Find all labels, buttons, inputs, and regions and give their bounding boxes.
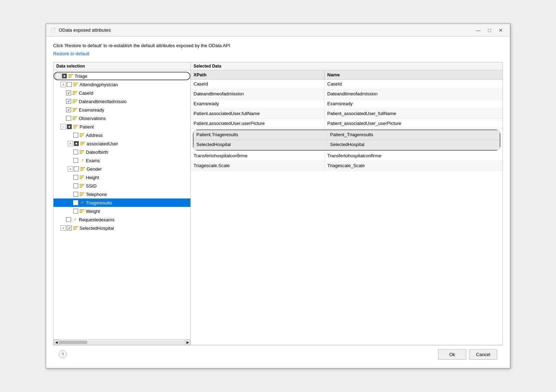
- expand-patient[interactable]: −: [61, 124, 66, 129]
- minimize-button[interactable]: —: [473, 26, 483, 34]
- cell-name-8: Triagescale_Scale: [324, 161, 503, 171]
- close-button[interactable]: ✕: [496, 26, 506, 34]
- selected-data-header: Selected Data: [191, 62, 503, 70]
- folder-icon-triageresults: ↗: [79, 200, 85, 205]
- expand-associateduser[interactable]: +: [68, 141, 73, 146]
- table-icon-patient: [73, 124, 78, 129]
- table-icon-address: [79, 133, 85, 138]
- cell-xpath-0: CaseId: [191, 80, 324, 89]
- cell-name-1: Dateandtimeofadmission: [324, 89, 503, 99]
- checkbox-ssid[interactable]: [73, 183, 78, 188]
- table-row: Patient.Triageresults Patient_Triageresu…: [194, 130, 500, 140]
- ok-button[interactable]: Ok: [438, 349, 466, 360]
- tree-item-dateofbirth[interactable]: Dateofbirth: [53, 148, 190, 156]
- checkbox-triage[interactable]: ■: [62, 74, 67, 78]
- folder-icon-exams: ↗: [79, 158, 85, 163]
- scroll-thumb[interactable]: [59, 341, 87, 344]
- label-caseid: CaseId: [79, 90, 93, 96]
- checkbox-examsready[interactable]: ✓: [66, 107, 71, 112]
- tree-item-weight[interactable]: Weight: [53, 207, 190, 215]
- checkbox-dateofbirth[interactable]: [73, 150, 78, 154]
- horizontal-scrollbar[interactable]: ◀ ▶: [53, 339, 190, 345]
- checkbox-exams[interactable]: [73, 158, 78, 163]
- checkbox-address[interactable]: [73, 133, 78, 138]
- scroll-left[interactable]: ◀: [53, 340, 59, 345]
- description-text: Click 'Restore to default' to re-establi…: [53, 43, 503, 48]
- tree-item-requestedexams[interactable]: ↗ Requestedexams: [53, 215, 190, 224]
- table-icon-observations: [72, 116, 78, 121]
- title-bar: 📄 OData exposed attributes — □ ✕: [46, 24, 510, 37]
- table-row: Patient.associatedUser.userPicture Patie…: [191, 119, 503, 129]
- table-icon-triage: [68, 74, 74, 78]
- checkbox-telephone[interactable]: [73, 192, 78, 197]
- checkbox-height[interactable]: [73, 175, 78, 180]
- tree-item-dateandtime[interactable]: ✓ Dateandtimeofadmissio: [53, 97, 190, 106]
- tree-item-patient[interactable]: − ■ Patient: [53, 122, 190, 131]
- checkbox-gender[interactable]: [74, 166, 79, 171]
- right-panel: Selected Data XPath Name CaseId CaseId D…: [191, 62, 503, 345]
- col-xpath-header: XPath: [191, 70, 324, 79]
- checkbox-observations[interactable]: [66, 116, 71, 121]
- tree-item-examsready[interactable]: ✓ Examsready: [53, 106, 190, 114]
- checkbox-attendingphysician[interactable]: [67, 82, 72, 87]
- cell-name-2: Examsready: [324, 99, 503, 109]
- expand-attendingphysician[interactable]: +: [61, 82, 66, 87]
- title-bar-left: 📄 OData exposed attributes: [50, 27, 110, 33]
- expand-gender[interactable]: +: [68, 166, 73, 172]
- checkbox-dateandtime[interactable]: ✓: [66, 99, 71, 104]
- table-body: CaseId CaseId Dateandtimeofadmission Dat…: [191, 80, 503, 345]
- label-requestedexams: Requestedexams: [79, 217, 114, 222]
- data-selection-header: Data selection: [53, 62, 190, 70]
- restore-link[interactable]: Restore to default: [53, 51, 503, 56]
- checkbox-weight[interactable]: [73, 209, 78, 214]
- expand-triage[interactable]: −: [56, 73, 61, 79]
- table-icon-caseid: [72, 90, 78, 95]
- tree-item-exams[interactable]: ↗ Exams: [53, 156, 190, 165]
- maximize-button[interactable]: □: [485, 26, 494, 34]
- cell-name-0: CaseId: [324, 80, 503, 89]
- checkbox-associateduser[interactable]: ■: [74, 141, 79, 146]
- tree-item-triage[interactable]: − ■ Triage: [53, 72, 190, 80]
- checkbox-selectedhospital[interactable]: ✓: [67, 226, 72, 230]
- label-weight: Weight: [86, 209, 100, 214]
- scroll-right[interactable]: ▶: [185, 340, 190, 345]
- tree-item-address[interactable]: Address: [53, 131, 190, 139]
- tree-item-ssid[interactable]: SSID: [53, 182, 190, 190]
- tree-item-associateduser[interactable]: + ■ associatedUser: [53, 139, 190, 148]
- checkbox-requestedexams[interactable]: [66, 217, 71, 222]
- tree-item-triageresults[interactable]: ✓ ↗ Triageresults: [53, 198, 190, 207]
- help-button[interactable]: ?: [59, 350, 67, 358]
- left-panel: Data selection − ■ Triage +: [53, 62, 191, 345]
- table-row: Dateandtimeofadmission Dateandtimeofadmi…: [191, 89, 503, 99]
- tree-item-height[interactable]: Height: [53, 173, 190, 182]
- table-row: CaseId CaseId: [191, 80, 503, 89]
- main-window: 📄 OData exposed attributes — □ ✕ Click '…: [46, 24, 510, 368]
- cell-xpath-6: SelectedHospital: [194, 140, 327, 150]
- checkbox-patient[interactable]: ■: [67, 124, 72, 129]
- tree-item-selectedhospital[interactable]: + ✓ SelectedHospital: [53, 224, 190, 232]
- tree-item-telephone[interactable]: Telephone: [53, 190, 190, 198]
- table-icon-height: [79, 175, 85, 180]
- table-icon-gender: [80, 166, 86, 171]
- checkbox-triageresults[interactable]: ✓: [73, 200, 78, 205]
- tree-item-attendingphysician[interactable]: + Attendingphysician: [53, 80, 190, 89]
- expand-selectedhospital[interactable]: +: [61, 225, 66, 231]
- cell-xpath-7: Transfertohospitalconfirme: [191, 151, 324, 161]
- checkbox-caseid[interactable]: ✓: [66, 90, 71, 95]
- cell-name-4: Patient_associatedUser_userPicture: [324, 119, 503, 128]
- table-row: Triagescale.Scale Triagescale_Scale: [191, 161, 503, 171]
- tree-item-gender[interactable]: + Gender: [53, 165, 190, 173]
- cell-name-3: Patient_associatedUser_fullName: [324, 109, 503, 119]
- cell-name-6: SelectedHospital: [327, 140, 500, 150]
- table-row: Transfertohospitalconfirme Transfertohos…: [191, 151, 503, 161]
- label-dateofbirth: Dateofbirth: [86, 150, 108, 155]
- panels-container: Data selection − ■ Triage +: [53, 62, 503, 345]
- cancel-button[interactable]: Cancel: [469, 349, 497, 360]
- tree-item-caseid[interactable]: ✓ CaseId: [53, 89, 190, 97]
- tree-item-observations[interactable]: Observations: [53, 114, 190, 122]
- bottom-bar: ? Ok Cancel: [53, 345, 503, 363]
- cell-xpath-8: Triagescale.Scale: [191, 161, 324, 171]
- title-bar-controls: — □ ✕: [473, 26, 506, 34]
- table-icon-telephone: [79, 192, 85, 197]
- tree-container[interactable]: − ■ Triage + Attendingp: [53, 70, 190, 339]
